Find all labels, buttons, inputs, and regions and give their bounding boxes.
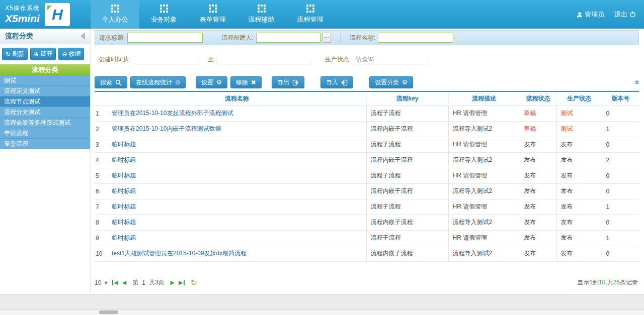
business-objects-icon xyxy=(160,5,168,13)
created-from-input[interactable] xyxy=(133,55,199,64)
prod-status-input[interactable] xyxy=(354,55,428,64)
row-number: 9 xyxy=(95,230,108,246)
first-page-button[interactable]: ◀ xyxy=(112,280,118,285)
table-row: 8 临时标题 流程内嵌子流程 流程导入测试2 发布 发布 0 xyxy=(95,215,639,230)
flow-name-link[interactable]: 临时标题 xyxy=(112,172,136,179)
flow-name-link[interactable]: 临时标题 xyxy=(112,156,136,163)
horizontal-scrollbar[interactable] xyxy=(0,309,644,315)
flow-status-cell: 发布 xyxy=(520,168,556,183)
created-from-label: 创建时间从: xyxy=(99,55,130,64)
logout-button[interactable]: 退出 xyxy=(614,10,636,19)
import-button[interactable]: 导入 xyxy=(320,76,353,88)
page-size-select[interactable]: 10 ▼ xyxy=(95,279,108,286)
top-header: X5操作系统 X5mini H 个人办公 业务对象 表单管理 流程辅助 xyxy=(0,0,644,29)
flow-key-cell: 流程子流程 xyxy=(366,168,448,183)
nav-tab-personal-office[interactable]: 个人办公 xyxy=(91,0,139,29)
remove-button[interactable]: 移除 ✖ xyxy=(230,76,262,88)
flow-name-input[interactable] xyxy=(378,33,453,43)
flow-desc-cell: HR 请假管理 xyxy=(448,230,520,246)
app-title: X5操作系统 xyxy=(5,4,40,13)
current-user[interactable]: 管理员 xyxy=(577,10,604,19)
brand: X5操作系统 X5mini H xyxy=(0,0,91,29)
version-cell: 2 xyxy=(602,152,639,168)
flow-key-cell: 流程子流程 xyxy=(366,230,448,246)
nav-tab-business-objects[interactable]: 业务对象 xyxy=(139,0,188,29)
panel-collapse-arrow-icon[interactable] xyxy=(80,33,85,40)
flow-key-cell: 流程子流程 xyxy=(366,106,448,121)
pager-refresh-icon[interactable]: ↻ xyxy=(191,279,197,287)
table-header-row: 流程名称 流程key 流程描述 流程状态 生产状态 版本号 xyxy=(95,91,639,106)
row-number: 10 xyxy=(95,246,108,261)
table-row: 1 管理员在2015-10-10发起流程外部子流程测试 流程子流程 HR 请假管… xyxy=(95,106,639,121)
content-area: 流程分类 ↻ 刷新 ⊕ 展开 ⊖ 收缩 流程分类 测试 xyxy=(0,29,644,294)
version-cell: 1 xyxy=(602,199,639,215)
created-to-input[interactable] xyxy=(219,55,312,64)
sidebar-item-apply-process[interactable]: 申请流程 xyxy=(0,128,90,139)
online-process-stats-button[interactable]: 在线流程统计 ⊙ xyxy=(130,76,186,88)
prod-status-cell: 发布 xyxy=(556,246,602,261)
flow-desc-cell: 流程导入测试2 xyxy=(448,246,520,261)
nav-tab-process-assist[interactable]: 流程辅助 xyxy=(237,0,286,29)
gear-icon: ⚙ xyxy=(402,79,408,85)
row-number: 5 xyxy=(95,168,108,183)
sidebar-item-process-branch-test[interactable]: 流程分支测试 xyxy=(0,107,90,118)
flow-name-link[interactable]: test1大雄测试管理员在2015-10-09发起dx最简流程 xyxy=(112,250,247,257)
table-row: 3 临时标题 流程子流程 HR 请假管理 发布 发布 0 xyxy=(95,137,639,152)
panel-collapse-up-icon[interactable]: » xyxy=(633,80,641,85)
category-group-header: 流程分类 xyxy=(0,64,90,75)
flow-name-link[interactable]: 临时标题 xyxy=(112,187,136,194)
caret-down-icon: ▼ xyxy=(104,280,108,285)
row-number: 6 xyxy=(95,183,108,199)
version-cell: 1 xyxy=(602,230,639,246)
flow-desc-cell: HR 请假管理 xyxy=(448,106,520,121)
prod-status-cell: 发布 xyxy=(556,199,602,215)
prev-page-button[interactable]: ◀ xyxy=(122,280,126,285)
last-page-button[interactable]: ▶ xyxy=(179,280,184,285)
search-button[interactable]: 搜索 xyxy=(95,76,127,88)
header-flow-key: 流程key xyxy=(366,91,448,106)
scrollbar-thumb[interactable] xyxy=(99,310,118,314)
header-prod-status: 生产状态 xyxy=(556,91,602,106)
sidebar-item-process-countersign-test[interactable]: 流程会签等多种形式测试 xyxy=(0,118,90,128)
next-page-button[interactable]: ▶ xyxy=(171,280,175,285)
search-icon xyxy=(115,79,122,86)
prod-status-cell: 发布 xyxy=(556,230,602,246)
flow-name-link[interactable]: 管理员在2015-10-10内嵌子流程测试数据 xyxy=(112,125,221,132)
export-button[interactable]: 导出 xyxy=(272,76,304,88)
flow-name-link[interactable]: 临时标题 xyxy=(112,203,136,210)
flow-name-link[interactable]: 临时标题 xyxy=(112,234,136,241)
set-category-button[interactable]: 设置分类 ⚙ xyxy=(369,76,413,88)
remove-x-icon: ✖ xyxy=(251,79,256,85)
request-title-input[interactable] xyxy=(127,33,203,43)
sidebar: 流程分类 ↻ 刷新 ⊕ 展开 ⊖ 收缩 流程分类 测试 xyxy=(0,29,91,294)
collapse-icon: ⊖ xyxy=(62,51,67,58)
header-flow-status: 流程状态 xyxy=(520,91,556,106)
flow-name-link[interactable]: 临时标题 xyxy=(112,219,136,226)
settings-button[interactable]: 设置 ⚙ xyxy=(196,76,227,88)
power-icon xyxy=(629,11,636,18)
creator-picker-button[interactable]: ··· xyxy=(323,33,331,43)
sidebar-item-complex-process[interactable]: 复杂流程 xyxy=(0,139,90,149)
creator-input[interactable] xyxy=(256,33,320,43)
sidebar-item-test[interactable]: 测试 xyxy=(0,75,90,86)
table-row: 7 临时标题 流程子流程 HR 请假管理 发布 发布 1 xyxy=(95,199,639,215)
version-cell: 0 xyxy=(602,106,639,121)
flow-name-link[interactable]: 临时标题 xyxy=(112,141,136,148)
nav-tab-form-management[interactable]: 表单管理 xyxy=(188,0,237,29)
user-icon xyxy=(577,12,583,18)
refresh-button[interactable]: ↻ 刷新 xyxy=(2,48,28,60)
collapse-button[interactable]: ⊖ 收缩 xyxy=(58,48,84,60)
sidebar-item-process-definition-test[interactable]: 流程定义测试 xyxy=(0,86,90,96)
flow-name-link[interactable]: 管理员在2015-10-10发起流程外部子流程测试 xyxy=(112,110,233,117)
flow-desc-cell: 流程导入测试2 xyxy=(448,215,520,230)
nav-tab-process-management[interactable]: 流程管理 xyxy=(286,0,335,29)
flow-key-cell: 流程子流程 xyxy=(366,137,448,152)
app-logo: H xyxy=(45,3,70,26)
page-number[interactable]: 1 xyxy=(142,279,145,286)
logout-label: 退出 xyxy=(614,10,627,19)
header-version: 版本号 xyxy=(602,91,639,106)
flow-key-cell: 流程内嵌子流程 xyxy=(366,215,448,230)
table-row: 4 临时标题 流程内嵌子流程 流程导入测试2 发布 发布 2 xyxy=(95,152,639,168)
sidebar-item-process-node-test[interactable]: 流程节点测试 xyxy=(0,96,90,107)
expand-button[interactable]: ⊕ 展开 xyxy=(30,48,56,60)
